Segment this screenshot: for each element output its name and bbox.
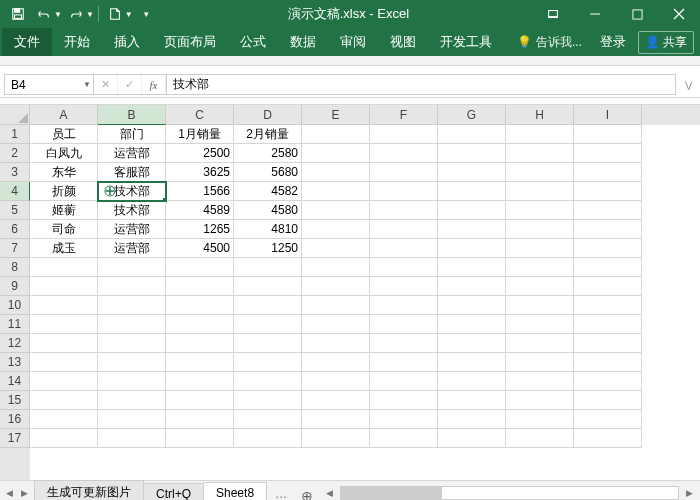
cell[interactable] [302,182,370,201]
horizontal-scrollbar[interactable]: ◀ ▶ [319,481,700,500]
cell[interactable] [302,353,370,372]
cell[interactable] [234,334,302,353]
cell[interactable] [506,163,574,182]
cells-area[interactable]: 员工部门1月销量2月销量白凤九运营部25002580东华客服部36255680折… [30,125,700,480]
cell[interactable] [574,429,642,448]
cell[interactable] [98,410,166,429]
save-button[interactable] [6,2,30,26]
redo-button[interactable] [64,2,88,26]
qat-customize-icon[interactable]: ▾ [135,2,159,26]
cell[interactable] [302,429,370,448]
cell[interactable] [574,144,642,163]
cell[interactable] [574,391,642,410]
cell[interactable] [302,277,370,296]
cell[interactable] [30,315,98,334]
cell[interactable] [302,125,370,144]
cell[interactable] [574,201,642,220]
cell[interactable] [370,391,438,410]
cell[interactable] [30,296,98,315]
row-header[interactable]: 11 [0,315,30,334]
cell[interactable] [166,296,234,315]
cell[interactable] [166,410,234,429]
row-header[interactable]: 6 [0,220,30,239]
cell[interactable] [30,258,98,277]
cell[interactable] [30,429,98,448]
cell[interactable] [370,372,438,391]
cell[interactable] [234,277,302,296]
formula-input[interactable]: 技术部 [167,74,676,95]
column-header[interactable]: B [98,105,166,125]
cell[interactable] [506,125,574,144]
column-header[interactable]: C [166,105,234,125]
cell[interactable] [166,315,234,334]
sheet-nav-next-icon[interactable]: ▶ [21,488,28,498]
cell[interactable] [302,334,370,353]
fill-handle[interactable] [162,197,166,201]
undo-dropdown-icon[interactable]: ▼ [54,10,62,19]
cell[interactable] [574,277,642,296]
cancel-formula-button[interactable]: ✕ [94,75,118,94]
cell[interactable] [370,315,438,334]
add-sheet-button[interactable]: ⊕ [295,488,319,500]
row-header[interactable]: 12 [0,334,30,353]
cell[interactable] [574,182,642,201]
tell-me-search[interactable]: 💡告诉我... [511,34,588,51]
cell[interactable] [438,429,506,448]
cell[interactable] [370,201,438,220]
cell[interactable]: 5680 [234,163,302,182]
row-header[interactable]: 4 [0,182,30,201]
tab-data[interactable]: 数据 [278,28,328,56]
cell[interactable] [506,372,574,391]
cell[interactable] [302,258,370,277]
ribbon-options-button[interactable] [532,0,574,28]
cell[interactable] [30,372,98,391]
hscroll-left-icon[interactable]: ◀ [323,488,336,498]
cell[interactable]: 1566 [166,182,234,201]
cell[interactable] [98,296,166,315]
cell[interactable] [438,182,506,201]
cell[interactable] [574,372,642,391]
cell[interactable] [98,372,166,391]
column-header[interactable]: G [438,105,506,125]
cell[interactable]: 2月销量 [234,125,302,144]
tab-page-layout[interactable]: 页面布局 [152,28,228,56]
new-file-dropdown-icon[interactable]: ▼ [125,10,133,19]
row-header[interactable]: 17 [0,429,30,448]
cell[interactable] [438,258,506,277]
cell[interactable]: 部门 [98,125,166,144]
undo-button[interactable] [32,2,56,26]
cell[interactable] [574,220,642,239]
cell[interactable]: 司命 [30,220,98,239]
column-header[interactable]: F [370,105,438,125]
cell[interactable] [302,239,370,258]
cell[interactable]: 3625 [166,163,234,182]
select-all-corner[interactable] [0,105,30,125]
tab-formulas[interactable]: 公式 [228,28,278,56]
cell[interactable] [166,391,234,410]
cell[interactable] [98,277,166,296]
column-header[interactable]: H [506,105,574,125]
cell[interactable] [234,429,302,448]
cell[interactable] [370,258,438,277]
cell[interactable] [370,334,438,353]
cell[interactable] [30,334,98,353]
cell[interactable] [234,410,302,429]
cell[interactable] [370,353,438,372]
sheet-tab-3[interactable]: Sheet8 [204,482,267,500]
cell[interactable]: 4589 [166,201,234,220]
cell[interactable] [506,353,574,372]
cell[interactable] [302,296,370,315]
cell[interactable]: 2500 [166,144,234,163]
tab-review[interactable]: 审阅 [328,28,378,56]
cell[interactable] [30,353,98,372]
cell[interactable] [166,353,234,372]
cell[interactable] [370,144,438,163]
cell[interactable] [438,201,506,220]
cell[interactable] [166,429,234,448]
cell[interactable] [438,391,506,410]
cell[interactable] [98,258,166,277]
cell[interactable] [438,277,506,296]
cell[interactable]: 4582 [234,182,302,201]
cell[interactable] [30,391,98,410]
cell[interactable] [506,410,574,429]
